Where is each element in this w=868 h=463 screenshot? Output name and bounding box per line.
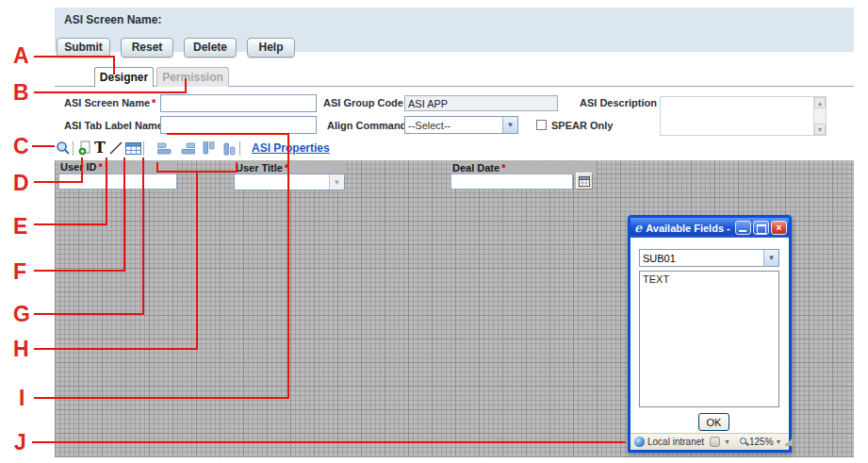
required-marker: * xyxy=(152,97,156,108)
header-band: ASI Screen Name: Submit Reset Delete Hel… xyxy=(55,8,854,52)
align-left-icon[interactable] xyxy=(156,140,173,157)
annotation-line-i xyxy=(167,133,289,135)
chevron-down-icon[interactable]: ▼ xyxy=(724,438,730,445)
calendar-button[interactable] xyxy=(576,173,593,190)
scroll-up-icon[interactable]: ▲ xyxy=(814,97,826,108)
chevron-down-icon[interactable]: ▼ xyxy=(502,117,517,133)
align-right-icon[interactable] xyxy=(179,140,196,157)
ok-button[interactable]: OK xyxy=(698,413,729,431)
align-bottom-icon[interactable] xyxy=(221,140,237,157)
field-source-value: SUB01 xyxy=(640,253,763,264)
align-command-label: Align Command xyxy=(327,120,406,131)
table-tool-icon[interactable] xyxy=(124,140,141,157)
user-id-label-text: User ID xyxy=(60,161,97,173)
annotation-letter-f: F xyxy=(13,259,26,284)
align-command-value: --Select-- xyxy=(405,120,502,131)
available-fields-listbox[interactable]: TEXT xyxy=(639,271,779,407)
asi-group-code-label: ASI Group Code xyxy=(323,97,403,108)
close-button[interactable]: × xyxy=(771,221,787,235)
annotation-letter-a: A xyxy=(13,43,29,68)
align-top-icon[interactable] xyxy=(200,140,217,157)
submit-button[interactable]: Submit xyxy=(57,38,110,58)
align-command-select[interactable]: --Select-- ▼ xyxy=(404,116,518,134)
asi-description-label: ASI Description xyxy=(580,97,657,108)
annotation-line-h xyxy=(196,171,198,350)
toolbar-separator xyxy=(73,141,74,156)
tab-designer[interactable]: Designer xyxy=(94,67,154,87)
annotation-line-e xyxy=(34,223,107,225)
asi-description-textarea[interactable]: ▲▼ xyxy=(660,96,827,136)
deal-date-label-text: Deal Date xyxy=(452,162,500,174)
annotation-line-b xyxy=(185,78,187,93)
annotation-line-g xyxy=(142,157,144,315)
designer-toolbar: T ASI Properties xyxy=(55,139,854,159)
deal-date-input[interactable] xyxy=(450,174,573,190)
annotation-line-h xyxy=(236,162,237,171)
asi-properties-link[interactable]: ASI Properties xyxy=(252,141,330,155)
text-tool-icon[interactable]: T xyxy=(91,140,108,157)
security-zone-label: Local intranet xyxy=(647,437,704,447)
list-item[interactable]: TEXT xyxy=(640,272,778,287)
annotation-line-h xyxy=(34,348,198,350)
line-tool-icon[interactable] xyxy=(107,140,124,157)
maximize-button[interactable] xyxy=(753,221,769,235)
scroll-down-icon[interactable]: ▼ xyxy=(814,124,826,135)
reset-button[interactable]: Reset xyxy=(121,38,173,58)
resize-grip[interactable] xyxy=(784,438,793,446)
annotation-line-d xyxy=(34,181,83,183)
internet-explorer-icon: e xyxy=(634,221,642,235)
scrollbar[interactable]: ▲▼ xyxy=(813,97,826,135)
annotation-letter-b: B xyxy=(13,80,29,105)
deal-date-field-label: Deal Date* xyxy=(450,161,597,174)
user-title-select[interactable]: ▼ xyxy=(234,174,345,190)
text-tool-glyph: T xyxy=(94,141,106,156)
toolbar-separator xyxy=(239,141,240,156)
calendar-icon xyxy=(579,176,590,187)
annotation-line-f xyxy=(34,270,125,272)
chevron-down-icon[interactable]: ▼ xyxy=(329,174,344,190)
annotation-letter-j: J xyxy=(14,430,26,455)
required-marker: * xyxy=(501,162,505,174)
available-fields-window: e Available Fields - Wind... × SUB01 ▼ T… xyxy=(628,215,792,453)
chevron-down-icon[interactable]: ▼ xyxy=(763,250,778,266)
help-button[interactable]: Help xyxy=(247,38,295,58)
asi-tab-label-name-label-text: ASI Tab Label Name xyxy=(64,120,163,131)
popup-titlebar[interactable]: e Available Fields - Wind... × xyxy=(631,218,789,238)
asi-screen-name-label-text: ASI Screen Name xyxy=(64,97,150,108)
protected-mode-icon[interactable] xyxy=(710,437,720,447)
required-marker: * xyxy=(99,161,103,173)
popup-title: Available Fields - Wind... xyxy=(646,223,733,234)
annotation-line-a xyxy=(113,56,115,74)
annotation-line-j xyxy=(32,441,626,443)
annotation-letter-c: C xyxy=(13,134,29,158)
user-title-label-text: User Title xyxy=(236,162,283,174)
annotation-line-a xyxy=(34,56,115,58)
asi-screen-name-input[interactable] xyxy=(160,94,317,112)
asi-tab-label-name-input[interactable] xyxy=(160,116,317,134)
field-source-combo[interactable]: SUB01 ▼ xyxy=(639,249,779,267)
zoom-level-icon xyxy=(740,438,746,444)
asi-group-code-field xyxy=(404,95,558,111)
spear-only-label: SPEAR Only xyxy=(551,120,613,131)
zoom-level-value[interactable]: 125% xyxy=(749,437,774,447)
globe-icon xyxy=(634,437,645,447)
page-title: ASI Screen Name: xyxy=(64,13,161,26)
annotation-line-h xyxy=(156,171,237,173)
delete-button[interactable]: Delete xyxy=(184,38,237,58)
annotation-line-b xyxy=(34,91,187,93)
magnifier-tool-icon[interactable] xyxy=(55,140,72,157)
popup-status-bar: Local intranet ▼ 125% ▼ xyxy=(631,433,789,450)
annotation-line-f xyxy=(123,157,125,272)
toolbar-separator xyxy=(143,141,144,156)
annotation-letter-h: H xyxy=(13,337,29,361)
minimize-button[interactable] xyxy=(735,221,751,235)
annotation-line-e xyxy=(106,157,107,225)
user-title-field-label: User Title* xyxy=(234,161,346,174)
chevron-down-icon[interactable]: ▼ xyxy=(776,438,782,445)
annotation-letter-e: E xyxy=(13,214,27,239)
annotation-letter-d: D xyxy=(13,171,29,195)
tab-permission[interactable]: Permission xyxy=(156,67,229,87)
annotation-line-g xyxy=(34,313,144,315)
annotation-line-c xyxy=(32,145,55,147)
spear-only-checkbox[interactable] xyxy=(536,120,547,130)
